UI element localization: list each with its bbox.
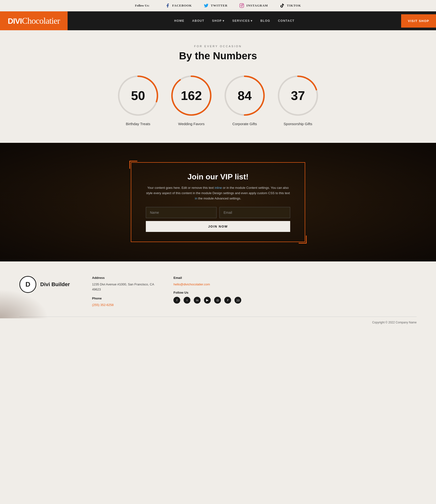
footer-email-col: Email hello@divichocolatier.com Follow U… (173, 276, 241, 304)
circle-corporate: 84 Corporate Gifts (223, 74, 266, 126)
facebook-social[interactable]: FACEBOOK (165, 3, 192, 8)
circle-sponsorship-container: 37 (276, 74, 320, 117)
footer-top: D Divi Builder Address 1235 Divi Avenue … (19, 276, 417, 317)
footer-facebook-icon[interactable]: f (173, 297, 180, 304)
footer-decoration (0, 289, 48, 318)
nav-shop[interactable]: SHOP ▾ (212, 19, 224, 23)
circle-sponsorship-number: 37 (291, 88, 305, 103)
header: DIVIChocolatier HOME ABOUT SHOP ▾ SERVIC… (0, 11, 436, 30)
instagram-icon (239, 3, 244, 8)
top-bar: Follow Us: FACEBOOK TWITTER INSTAGRAM TI… (0, 0, 436, 11)
vip-form-container: Join our VIP list! Your content goes her… (131, 162, 305, 242)
nav-blog[interactable]: BLOG (260, 19, 270, 23)
nav-home[interactable]: HOME (174, 19, 184, 23)
services-dropdown-icon: ▾ (251, 19, 253, 23)
twitter-social[interactable]: TWITTER (204, 3, 227, 8)
footer: D Divi Builder Address 1235 Divi Avenue … (0, 261, 436, 328)
footer-address-col: Address 1235 Divi Avenue #1000, San Fran… (92, 276, 154, 307)
tiktok-label: TIKTOK (287, 4, 301, 8)
footer-phone[interactable]: (255) 352-6258 (92, 303, 114, 307)
svg-point-2 (243, 4, 243, 5)
footer-address: 1235 Divi Avenue #1000, San Francisco, C… (92, 282, 154, 292)
circle-corporate-container: 84 (223, 74, 266, 117)
footer-twitter-icon[interactable]: t (184, 297, 190, 304)
facebook-icon (165, 3, 170, 8)
tiktok-social[interactable]: TIKTOK (279, 3, 301, 8)
facebook-label: FACEBOOK (172, 4, 192, 8)
circle-wedding-container: 162 (169, 74, 213, 117)
follow-label: Follow Us: (135, 4, 149, 8)
nav-contact[interactable]: CONTACT (278, 19, 295, 23)
footer-email-title: Email (173, 276, 241, 279)
circle-birthday-label: Birthday Treats (126, 122, 150, 126)
circle-wedding-number: 162 (181, 88, 202, 103)
circle-wedding-label: Wedding Favors (178, 122, 205, 126)
logo: DIVIChocolatier (8, 17, 60, 25)
footer-phone-title: Phone (92, 297, 154, 300)
vip-email-input[interactable] (219, 207, 290, 218)
footer-pinterest-icon[interactable]: P (224, 297, 231, 304)
footer-bottom: Copyright © 2022 Company Name (19, 317, 417, 328)
main-nav: HOME ABOUT SHOP ▾ SERVICES ▾ BLOG CONTAC… (68, 19, 401, 23)
circle-corporate-label: Corporate Gifts (232, 122, 257, 126)
nav-about[interactable]: ABOUT (192, 19, 204, 23)
section-eyebrow: FOR EVERY OCCASION (10, 45, 426, 48)
numbers-section: FOR EVERY OCCASION By the Numbers 50 Bir… (0, 30, 436, 143)
vip-description: Your content goes here. Edit or remove t… (146, 185, 290, 201)
footer-follow-title: Follow Us (173, 291, 241, 294)
tiktok-icon (279, 3, 285, 8)
footer-youtube-icon[interactable]: ▶ (204, 297, 211, 304)
circle-sponsorship: 37 Sponsorship Gifts (276, 74, 320, 126)
footer-instagram-icon[interactable]: ◎ (214, 297, 221, 304)
twitter-label: TWITTER (211, 4, 227, 8)
vip-title: Join our VIP list! (146, 172, 290, 181)
circles-row: 50 Birthday Treats 162 Wedding Favors (10, 74, 426, 126)
vip-submit-button[interactable]: JOIN NOW (146, 221, 290, 232)
logo-area: DIVIChocolatier (0, 11, 68, 30)
svg-point-1 (241, 5, 243, 7)
footer-logo-text: Divi Builder (40, 281, 70, 288)
circle-wedding: 162 Wedding Favors (169, 74, 213, 126)
svg-rect-0 (240, 4, 244, 8)
vip-section: Join our VIP list! Your content goes her… (0, 143, 436, 261)
section-title: By the Numbers (10, 50, 426, 62)
instagram-label: INSTAGRAM (246, 4, 268, 8)
footer-linkedin-icon[interactable]: in (194, 297, 201, 304)
vip-form-row (146, 207, 290, 218)
circle-corporate-number: 84 (238, 88, 252, 103)
footer-rss-icon[interactable]: ))) (234, 297, 241, 304)
instagram-social[interactable]: INSTAGRAM (239, 3, 268, 8)
nav-services[interactable]: SERVICES ▾ (232, 19, 253, 23)
circle-birthday: 50 Birthday Treats (116, 74, 160, 126)
footer-email[interactable]: hello@divichocolatier.com (173, 282, 210, 286)
circle-birthday-number: 50 (131, 88, 145, 103)
copyright-text: Copyright © 2022 Company Name (372, 321, 417, 324)
circle-birthday-container: 50 (116, 74, 160, 117)
circle-sponsorship-label: Sponsorship Gifts (284, 122, 312, 126)
footer-address-title: Address (92, 276, 154, 279)
vip-name-input[interactable] (146, 207, 217, 218)
footer-social-row: f t in ▶ ◎ P ))) (173, 297, 241, 304)
shop-dropdown-icon: ▾ (223, 19, 224, 23)
visit-shop-button[interactable]: VISIT SHOP (401, 14, 436, 27)
twitter-icon (204, 3, 209, 8)
